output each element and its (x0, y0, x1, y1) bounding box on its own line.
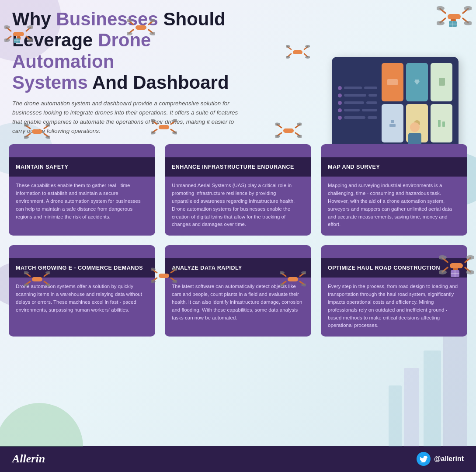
svg-point-82 (301, 284, 306, 287)
card-enhance-infrastructure-text: Unmanned Aerial Systems (UAS) play a cri… (172, 182, 304, 229)
svg-point-62 (45, 271, 50, 274)
svg-point-91 (464, 21, 472, 25)
svg-point-36 (24, 136, 29, 139)
svg-point-28 (149, 32, 155, 35)
card-map-survey-title: MAP AND SURVEY (328, 163, 460, 170)
svg-point-104 (305, 56, 310, 59)
footer-logo: Allerin (12, 452, 45, 465)
drone-above-card-3 (275, 121, 302, 142)
svg-point-2 (391, 120, 394, 123)
svg-point-44 (172, 119, 177, 122)
svg-rect-105 (450, 263, 463, 268)
twitter-handle: @allerint (434, 455, 464, 463)
svg-point-61 (24, 271, 29, 274)
svg-point-102 (305, 45, 310, 48)
svg-rect-7 (13, 32, 24, 36)
svg-point-112 (439, 270, 447, 274)
svg-point-46 (172, 132, 177, 135)
svg-rect-56 (32, 277, 42, 281)
card-maintain-safety-title: MAINTAIN SAFETY (16, 163, 148, 170)
drone-above-card-1 (24, 122, 50, 142)
card-optimize-haul-road-body: Every step in the process, from road des… (321, 278, 467, 337)
drone-above-card-4 (24, 270, 50, 290)
drone-above-card-6 (280, 270, 306, 290)
svg-point-110 (439, 255, 447, 260)
bg-green-hill (0, 403, 83, 447)
card-maintain-safety-text: These capabilities enable them to gather… (16, 182, 148, 221)
svg-point-90 (437, 21, 445, 25)
svg-point-63 (24, 284, 29, 287)
svg-point-12 (4, 25, 10, 29)
svg-point-111 (466, 255, 474, 260)
card-enhance-infrastructure-title: ENHANCE INFRASTRUCTURE ENDURANCE (172, 163, 304, 170)
svg-point-88 (437, 6, 445, 10)
svg-rect-1 (439, 78, 445, 86)
svg-rect-29 (32, 129, 42, 134)
svg-point-55 (297, 135, 302, 138)
svg-point-73 (172, 280, 177, 283)
svg-point-26 (149, 19, 155, 22)
twitter-icon (417, 452, 431, 466)
card-map-survey-header: MAP AND SURVEY (321, 157, 467, 177)
drone-above-card-5 (151, 267, 177, 287)
svg-point-27 (127, 32, 132, 35)
svg-point-71 (172, 268, 177, 271)
card-maintain-safety-header: MAINTAIN SAFETY (9, 157, 155, 177)
svg-point-113 (466, 270, 474, 274)
monitor-screen (332, 57, 459, 149)
svg-rect-83 (448, 14, 461, 19)
svg-point-72 (151, 280, 156, 283)
svg-point-13 (27, 25, 33, 29)
card-maintain-safety: MAINTAIN SAFETY These capabilities enabl… (9, 144, 155, 236)
card-enhance-infrastructure: ENHANCE INFRASTRUCTURE ENDURANCE Unmanne… (165, 144, 311, 236)
svg-point-45 (151, 132, 156, 135)
svg-point-64 (45, 284, 50, 287)
svg-rect-5 (438, 120, 441, 127)
card-map-survey-text: Mapping and surveying industrial environ… (328, 182, 460, 229)
card-map-survey-body: Mapping and surveying industrial environ… (321, 177, 467, 236)
svg-point-14 (4, 38, 10, 42)
svg-rect-114 (453, 268, 458, 270)
svg-point-89 (464, 6, 472, 10)
svg-point-15 (27, 38, 33, 42)
svg-point-101 (286, 45, 290, 48)
svg-rect-0 (387, 79, 398, 85)
page-wrapper: Why Businesses Should Leverage Drone Aut… (0, 0, 476, 472)
svg-point-70 (151, 268, 156, 271)
svg-point-103 (286, 56, 290, 59)
svg-rect-65 (159, 274, 169, 278)
svg-point-54 (275, 135, 280, 138)
drone-right-mid (439, 253, 474, 284)
card-analyze-data: ANALYZE DATA RAPIDLY The latest software… (165, 245, 311, 337)
svg-point-37 (45, 136, 50, 139)
footer-twitter: @allerint (417, 452, 464, 466)
svg-rect-20 (136, 25, 146, 30)
svg-point-80 (301, 271, 306, 274)
svg-rect-47 (283, 128, 294, 133)
card-optimize-haul-road-text: Every step in the process, from road des… (328, 283, 460, 330)
card-enhance-infrastructure-header: ENHANCE INFRASTRUCTURE ENDURANCE (165, 157, 311, 177)
svg-point-25 (127, 19, 132, 22)
svg-point-35 (45, 124, 50, 127)
card-map-survey: MAP AND SURVEY Mapping and surveying ind… (321, 144, 467, 236)
card-ecommerce: MATCH GROWING E - COMMERCE DEMANDS Drone… (9, 245, 155, 337)
svg-rect-74 (288, 277, 298, 281)
svg-point-81 (280, 284, 285, 287)
drone-decoration-1 (4, 24, 33, 45)
drone-above-card-2 (151, 118, 177, 138)
card-maintain-safety-body: These capabilities enable them to gather… (9, 177, 155, 228)
svg-rect-3 (389, 124, 396, 127)
drone-decoration-2 (127, 17, 155, 39)
title-highlight-drone: Drone AutomationSystems (12, 30, 151, 93)
svg-rect-6 (442, 121, 445, 127)
svg-point-79 (280, 271, 285, 274)
card-enhance-infrastructure-body: Unmanned Aerial Systems (UAS) play a cri… (165, 177, 311, 236)
svg-point-34 (24, 124, 29, 127)
svg-rect-96 (293, 50, 302, 54)
footer: Allerin @allerint (0, 446, 476, 472)
svg-point-43 (151, 119, 156, 122)
svg-rect-38 (159, 125, 169, 129)
drone-right-top (437, 4, 472, 32)
cards-grid: MAINTAIN SAFETY These capabilities enabl… (9, 144, 467, 337)
drone-top-right-2 (286, 44, 310, 63)
